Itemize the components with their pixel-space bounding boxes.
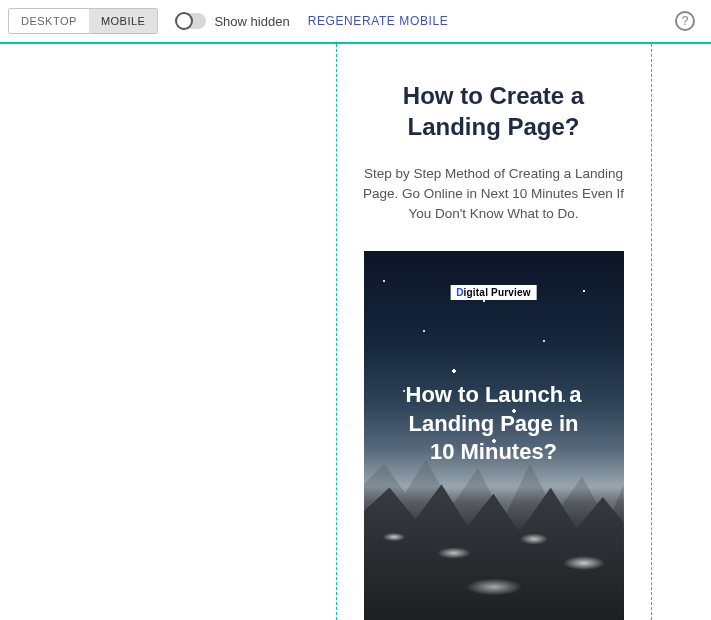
desktop-tab[interactable]: DESKTOP xyxy=(9,9,89,33)
view-switch: DESKTOP MOBILE xyxy=(8,8,158,34)
toggle-knob xyxy=(175,12,193,30)
hero-logo-text: igital Purview xyxy=(464,287,531,298)
page-subtext: Step by Step Method of Creating a Landin… xyxy=(360,164,627,223)
mobile-tab[interactable]: MOBILE xyxy=(89,9,158,33)
editor-toolbar: DESKTOP MOBILE Show hidden REGENERATE MO… xyxy=(0,0,711,44)
hero-image[interactable]: Digital Purview How to Launch a Landing … xyxy=(364,251,624,620)
help-icon[interactable]: ? xyxy=(675,11,695,31)
show-hidden-control: Show hidden xyxy=(176,13,289,29)
page-headline: How to Create a Landing Page? xyxy=(360,80,627,142)
mobile-preview-frame[interactable]: How to Create a Landing Page? Step by St… xyxy=(336,44,651,620)
preview-canvas: How to Create a Landing Page? Step by St… xyxy=(0,44,711,620)
regenerate-mobile-link[interactable]: REGENERATE MOBILE xyxy=(308,14,449,28)
hero-headline: How to Launch a Landing Page in 10 Minut… xyxy=(364,381,624,467)
snow-decoration xyxy=(364,517,624,620)
show-hidden-toggle[interactable] xyxy=(176,13,206,29)
show-hidden-label: Show hidden xyxy=(214,14,289,29)
hero-logo-badge: Digital Purview xyxy=(450,285,537,300)
mobile-guide-right xyxy=(651,44,652,620)
